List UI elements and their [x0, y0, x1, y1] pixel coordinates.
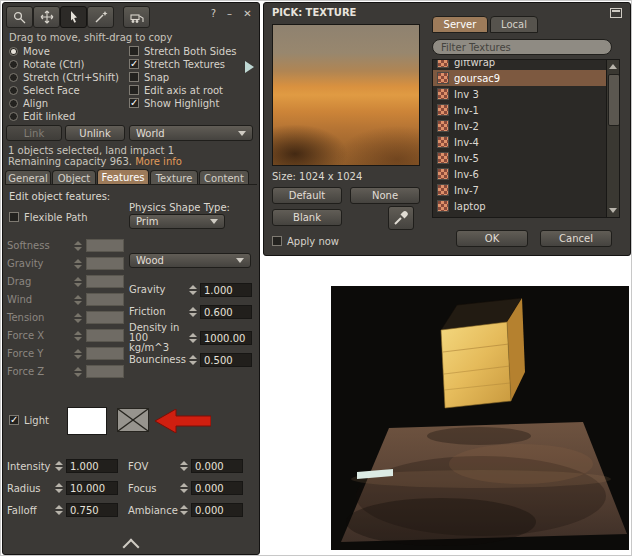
list-item[interactable]: Inv-6	[433, 166, 619, 182]
check-apply-now[interactable]: Apply now	[272, 235, 339, 247]
detach-window-icon[interactable]	[610, 8, 622, 18]
texture-preview-image	[272, 24, 420, 166]
focus-input[interactable]	[191, 481, 243, 495]
radius-input[interactable]	[66, 481, 118, 495]
stepper-icon[interactable]	[188, 333, 197, 343]
scroll-thumb[interactable]	[608, 74, 620, 126]
edit-tool-button[interactable]	[60, 6, 87, 28]
stepper-icon[interactable]	[188, 355, 197, 365]
tab-features[interactable]: Features	[97, 169, 149, 185]
radio-move[interactable]: Move	[9, 45, 50, 57]
radio-label: Stretch (Ctrl+Shift)	[23, 72, 119, 83]
world-viewport[interactable]	[331, 286, 629, 550]
unlink-button[interactable]: Unlink	[65, 125, 125, 141]
texture-list[interactable]: giftwrap goursac9 Inv 3 Inv-1 Inv-2 Inv-…	[432, 59, 620, 218]
physics-shape-type-dropdown[interactable]: Prim	[129, 214, 225, 229]
list-item[interactable]: Inv-4	[433, 134, 619, 150]
param-label: Softness	[7, 240, 69, 251]
check-snap[interactable]: Snap	[129, 71, 169, 83]
check-label: Apply now	[287, 236, 339, 247]
none-button[interactable]: None	[350, 187, 420, 204]
gravity-input[interactable]	[200, 283, 252, 297]
stepper-icon[interactable]	[54, 461, 63, 471]
collapse-bar[interactable]	[3, 536, 259, 552]
blank-button[interactable]: Blank	[272, 209, 342, 226]
radio-rotate[interactable]: Rotate (Ctrl)	[9, 58, 85, 70]
more-info-link[interactable]: More info	[135, 156, 182, 167]
stepper-icon[interactable]	[179, 505, 188, 515]
density-input[interactable]	[200, 331, 252, 345]
param-field-disabled	[86, 311, 124, 324]
check-show-highlight[interactable]: ✓Show Highlight	[129, 97, 219, 109]
move-tool-button[interactable]	[33, 6, 60, 28]
stepper-icon[interactable]	[54, 483, 63, 493]
list-item[interactable]: Inv-1	[433, 102, 619, 118]
scroll-down-icon[interactable]	[607, 204, 619, 217]
stepper-icon[interactable]	[188, 285, 197, 295]
stepper-icon[interactable]	[188, 307, 197, 317]
default-button[interactable]: Default	[272, 187, 342, 204]
close-button[interactable]: ✕	[240, 7, 255, 21]
bulldozer-icon	[128, 10, 146, 24]
list-item[interactable]: laptop	[433, 198, 619, 214]
tab-object[interactable]: Object	[52, 170, 96, 185]
radio-stretch[interactable]: Stretch (Ctrl+Shift)	[9, 71, 119, 83]
create-tool-button[interactable]	[87, 6, 114, 28]
friction-input[interactable]	[200, 305, 252, 319]
param-field-disabled	[86, 365, 124, 378]
capacity-text: Remaining capacity 963.	[8, 156, 132, 167]
check-stretch-both-sides[interactable]: Stretch Both Sides	[129, 45, 237, 57]
stepper-icon[interactable]	[179, 461, 188, 471]
stepper-icon	[73, 241, 82, 251]
radio-select-face[interactable]: Select Face	[9, 84, 80, 96]
list-item[interactable]: Inv 3	[433, 86, 619, 102]
list-item-label: goursac9	[454, 73, 500, 84]
minimize-button[interactable]: –	[222, 7, 237, 21]
check-stretch-textures[interactable]: ✓Stretch Textures	[129, 58, 225, 70]
ambiance-input[interactable]	[191, 503, 243, 517]
fov-input[interactable]	[191, 459, 243, 473]
focus-tool-button[interactable]	[6, 6, 33, 28]
tab-local[interactable]: Local	[490, 16, 538, 33]
wood-cube[interactable]	[441, 298, 525, 408]
radio-label: Edit linked	[23, 111, 75, 122]
eyedropper-button[interactable]	[388, 206, 414, 230]
filter-textures-input[interactable]	[432, 39, 612, 55]
check-flexible-path[interactable]: Flexible Path	[9, 211, 88, 223]
falloff-input[interactable]	[66, 503, 118, 517]
checkbox: ✓	[129, 59, 139, 69]
pointer-icon	[66, 10, 82, 24]
intensity-input[interactable]	[66, 459, 118, 473]
list-item[interactable]: giftwrap	[433, 59, 619, 70]
tab-content[interactable]: Content	[199, 170, 249, 185]
tab-server[interactable]: Server	[432, 16, 488, 33]
scrollbar[interactable]	[606, 60, 619, 217]
stepper-icon[interactable]	[54, 505, 63, 515]
bounciness-input[interactable]	[200, 353, 252, 367]
tab-general[interactable]: General	[5, 170, 51, 185]
light-row-2: Radius Focus	[7, 481, 251, 495]
cancel-button[interactable]: Cancel	[540, 230, 612, 247]
light-color-swatch[interactable]	[67, 407, 107, 435]
ok-button[interactable]: OK	[456, 230, 528, 247]
radio-align[interactable]: Align	[9, 97, 48, 109]
land-tool-button[interactable]	[123, 6, 150, 28]
list-item-selected[interactable]: goursac9	[433, 70, 619, 86]
light-texture-swatch-none[interactable]	[117, 408, 149, 432]
stepper-icon[interactable]	[179, 483, 188, 493]
list-item[interactable]: Inv-2	[433, 118, 619, 134]
radio-label: Rotate (Ctrl)	[23, 59, 85, 70]
check-light[interactable]: ✓ Light	[9, 414, 49, 426]
radio-edit-linked[interactable]: Edit linked	[9, 110, 75, 122]
list-item[interactable]: Inv-5	[433, 150, 619, 166]
check-icon: ✓	[10, 414, 18, 425]
material-dropdown[interactable]: Wood	[129, 253, 251, 268]
checkbox: ✓	[9, 415, 19, 425]
world-dropdown[interactable]: World	[129, 125, 253, 141]
list-item[interactable]: Inv-7	[433, 182, 619, 198]
check-edit-axis-at-root[interactable]: Edit axis at root	[129, 84, 223, 96]
scroll-up-icon[interactable]	[607, 60, 619, 73]
help-button[interactable]: ?	[206, 7, 221, 21]
next-options-arrow-icon[interactable]	[245, 61, 254, 73]
tab-texture[interactable]: Texture	[150, 170, 198, 185]
